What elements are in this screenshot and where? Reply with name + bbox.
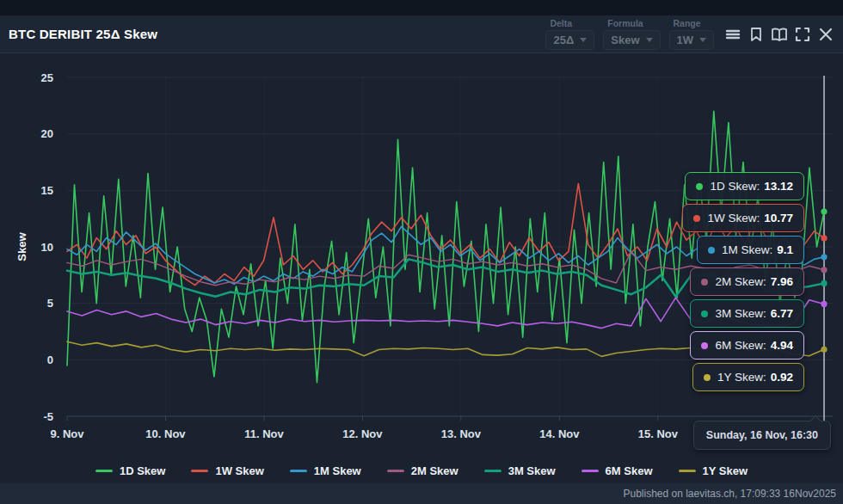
bookmark-icon[interactable] [748, 26, 765, 43]
series-line-6m[interactable] [67, 298, 824, 329]
series-dot-icon [693, 215, 700, 222]
legend-label: 1D Skew [120, 464, 165, 477]
legend-label: 3M Skew [508, 464, 556, 477]
legend-item-3m[interactable]: 3M Skew [484, 464, 556, 477]
formula-dropdown[interactable]: Skew [603, 30, 660, 50]
y-tick-label: 15 [41, 184, 53, 197]
legend-swatch-icon [290, 470, 307, 472]
tooltip-value: 13.12 [764, 180, 793, 193]
series-line-3m[interactable] [67, 259, 824, 296]
legend-swatch-icon [484, 470, 501, 472]
y-tick-label: -5 [43, 410, 53, 423]
series-line-1m[interactable] [67, 226, 824, 284]
header-controls: Delta 25Δ Formula Skew Range 1W [545, 18, 714, 50]
legend-swatch-icon [191, 470, 208, 472]
series-line-2m[interactable] [67, 251, 824, 285]
range-value: 1W [677, 34, 694, 46]
delta-value: 25Δ [553, 34, 574, 46]
tooltip-label: 1M Skew: [722, 243, 772, 256]
formula-label: Formula [607, 18, 660, 28]
legend-item-1y[interactable]: 1Y Skew [679, 464, 748, 477]
legend-item-6m[interactable]: 6M Skew [581, 464, 653, 477]
series-line-1y[interactable] [67, 341, 824, 356]
chart-legend: 1D Skew1W Skew1M Skew2M Skew3M Skew6M Sk… [0, 464, 843, 477]
series-end-dot-1m [821, 254, 827, 260]
fullscreen-icon[interactable] [794, 26, 811, 43]
y-axis-title: Skew [15, 231, 28, 261]
legend-label: 2M Skew [411, 464, 458, 477]
footer-bar: Published on laevitas.ch, 17:09:33 16Nov… [0, 483, 843, 504]
series-dot-icon [701, 310, 708, 317]
footer-attribution: Published on laevitas.ch, 17:09:33 16Nov… [623, 488, 836, 500]
header-bar: BTC DERIBIT 25Δ Skew Delta 25Δ Formula S… [0, 15, 843, 53]
tooltip-2m-skew: 2M Skew:7.96 [690, 267, 804, 296]
series-end-dot-1d [821, 208, 827, 214]
y-tick-label: 25 [41, 71, 53, 84]
y-tick-label: 20 [41, 127, 53, 140]
delta-label: Delta [550, 18, 594, 28]
tooltip-label: 1D Skew: [710, 180, 760, 193]
y-tick-label: 0 [47, 353, 53, 366]
top-strip [0, 0, 843, 15]
legend-item-1w[interactable]: 1W Skew [191, 464, 263, 477]
tooltip-value: 9.1 [777, 243, 793, 256]
formula-control: Formula Skew [603, 18, 660, 50]
series-end-dot-2m [821, 267, 827, 273]
tooltip-6m-skew: 6M Skew:4.94 [690, 331, 804, 360]
book-icon[interactable] [771, 26, 788, 43]
series-end-dot-3m [821, 280, 827, 286]
delta-dropdown[interactable]: 25Δ [545, 30, 594, 50]
legend-label: 1M Skew [314, 464, 361, 477]
menu-icon[interactable] [724, 26, 741, 43]
series-end-dot-6m [821, 301, 827, 307]
delta-control: Delta 25Δ [545, 18, 594, 50]
tooltip-1w-skew: 1W Skew:10.77 [682, 204, 804, 232]
series-dot-icon [708, 247, 715, 254]
tooltip-value: 0.92 [771, 371, 793, 384]
page-title: BTC DERIBIT 25Δ Skew [9, 27, 157, 41]
formula-value: Skew [611, 34, 639, 46]
x-tick-label: 13. Nov [441, 427, 482, 440]
skew-chart[interactable]: 2520151050-59. Nov10. Nov11. Nov12. Nov1… [0, 0, 843, 504]
chart-widget: BTC DERIBIT 25Δ Skew Delta 25Δ Formula S… [0, 0, 843, 504]
legend-item-1m[interactable]: 1M Skew [290, 464, 361, 477]
series-line-1w[interactable] [67, 184, 824, 286]
legend-label: 6M Skew [606, 464, 653, 477]
header-icons [724, 26, 834, 43]
chevron-down-icon [580, 38, 587, 42]
tooltip-label: 6M Skew: [715, 339, 766, 352]
tooltip-value: 6.77 [771, 307, 793, 320]
tooltip-label: 3M Skew: [715, 307, 766, 320]
series-dot-icon [696, 183, 703, 190]
tooltip-value: 10.77 [764, 212, 793, 224]
y-tick-label: 10 [41, 241, 53, 254]
x-tick-label: 14. Nov [539, 427, 580, 440]
close-icon[interactable] [817, 26, 834, 43]
tooltip-1m-skew: 1M Skew:9.1 [697, 236, 804, 264]
range-control: Range 1W [669, 18, 715, 50]
series-end-dot-1w [821, 235, 827, 241]
x-tick-label: 11. Nov [244, 427, 284, 440]
series-line-1d[interactable] [67, 111, 824, 382]
series-dot-icon [701, 279, 708, 286]
tooltip-label: 1Y Skew: [717, 371, 766, 384]
x-tick-label: 12. Nov [342, 427, 383, 440]
tooltip-3m-skew: 3M Skew:6.77 [690, 299, 804, 328]
chevron-down-icon [646, 38, 653, 42]
legend-swatch-icon [387, 470, 404, 472]
crosshair-date-tooltip: Sunday, 16 Nov, 16:30 [693, 421, 831, 450]
crosshair-tooltips: Sunday, 16 Nov, 16:30 1D Skew:13.121W Sk… [0, 0, 843, 504]
tooltip-tail [809, 415, 821, 427]
legend-label: 1Y Skew [703, 464, 748, 477]
x-tick-label: 9. Nov [50, 427, 84, 440]
x-tick-label: 15. Nov [638, 427, 679, 440]
tooltip-label: 1W Skew: [707, 212, 760, 224]
legend-item-1d[interactable]: 1D Skew [95, 464, 165, 477]
legend-item-2m[interactable]: 2M Skew [387, 464, 458, 477]
legend-swatch-icon [679, 470, 696, 472]
x-tick-label: 10. Nov [145, 427, 186, 440]
range-label: Range [674, 18, 715, 28]
range-dropdown[interactable]: 1W [669, 30, 715, 50]
crosshair-date-text: Sunday, 16 Nov, 16:30 [706, 429, 818, 441]
tooltip-label: 2M Skew: [715, 275, 766, 288]
